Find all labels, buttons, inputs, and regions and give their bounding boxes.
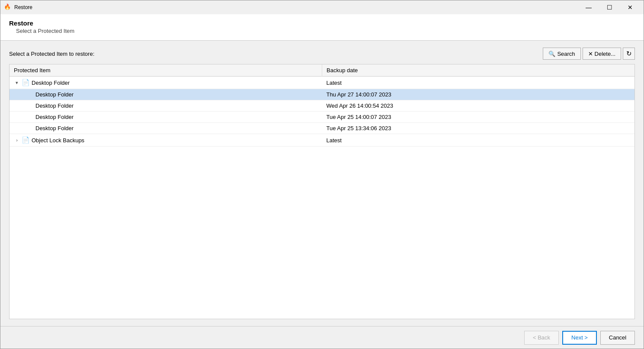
title-bar: 🔥 Restore — ☐ ✕ [0, 0, 644, 14]
search-label: Search [557, 51, 575, 57]
table-row[interactable]: Desktop FolderTue Apr 25 14:00:07 2023 [10, 112, 634, 123]
file-icon: 📄 [22, 79, 30, 86]
table-row[interactable]: Desktop FolderThu Apr 27 14:00:07 2023 [10, 89, 634, 100]
item-name: Desktop Folder [32, 80, 70, 86]
table-container: Protected Item Backup date ▾📄Desktop Fol… [9, 64, 635, 319]
content-area: Select a Protected Item to restore: 🔍 Se… [0, 41, 644, 326]
refresh-icon: ↻ [626, 50, 632, 58]
toolbar-buttons: 🔍 Search ✕ Delete... ↻ [543, 48, 635, 60]
header-subtitle: Select a Protected Item [9, 28, 635, 34]
backup-date-cell: Tue Apr 25 13:34:06 2023 [322, 123, 635, 134]
window: 🔥 Restore — ☐ ✕ Restore Select a Protect… [0, 0, 644, 349]
backup-date-cell: Thu Apr 27 14:00:07 2023 [322, 89, 635, 100]
maximize-button[interactable]: ☐ [599, 1, 619, 14]
toolbar-row: Select a Protected Item to restore: 🔍 Se… [9, 48, 635, 60]
search-button[interactable]: 🔍 Search [543, 48, 580, 60]
toolbar-label: Select a Protected Item to restore: [9, 51, 94, 57]
table-row[interactable]: Desktop FolderWed Apr 26 14:00:54 2023 [10, 100, 634, 112]
item-name: Desktop Folder [35, 125, 74, 131]
protected-item-cell: ▾📄Desktop Folder [10, 77, 322, 89]
backup-date-cell: Wed Apr 26 14:00:54 2023 [322, 100, 635, 112]
cancel-button[interactable]: Cancel [600, 331, 635, 345]
table-row[interactable]: ›📄Object Lock BackupsLatest [10, 134, 634, 147]
table-header-row: Protected Item Backup date [10, 64, 634, 77]
backup-date-cell: Latest [322, 134, 635, 147]
protected-item-cell: Desktop Folder [10, 89, 322, 100]
delete-icon: ✕ [588, 51, 593, 57]
item-name: Object Lock Backups [32, 137, 84, 144]
window-title: Restore [14, 4, 579, 10]
protected-items-table: Protected Item Backup date ▾📄Desktop Fol… [10, 64, 634, 147]
column-protected-item: Protected Item [10, 64, 322, 77]
minimize-button[interactable]: — [579, 1, 599, 14]
search-icon: 🔍 [548, 51, 555, 57]
protected-item-cell: ›📄Object Lock Backups [10, 134, 322, 147]
refresh-button[interactable]: ↻ [623, 48, 635, 60]
delete-button[interactable]: ✕ Delete... [583, 48, 621, 60]
back-button[interactable]: < Back [524, 331, 559, 345]
footer: < Back Next > Cancel [0, 326, 644, 349]
item-name: Desktop Folder [35, 91, 74, 98]
protected-item-cell: Desktop Folder [10, 100, 322, 112]
next-button[interactable]: Next > [562, 331, 597, 345]
header-section: Restore Select a Protected Item [0, 14, 644, 41]
close-button[interactable]: ✕ [620, 1, 640, 14]
file-icon: 📄 [22, 136, 30, 144]
app-icon: 🔥 [4, 3, 12, 11]
tree-toggle[interactable]: ▾ [14, 80, 20, 86]
cancel-label: Cancel [609, 334, 626, 341]
protected-item-cell: Desktop Folder [10, 123, 322, 134]
item-name: Desktop Folder [35, 102, 74, 109]
back-label: < Back [533, 334, 550, 341]
table-row[interactable]: Desktop FolderTue Apr 25 13:34:06 2023 [10, 123, 634, 134]
table-row[interactable]: ▾📄Desktop FolderLatest [10, 77, 634, 89]
column-backup-date: Backup date [322, 64, 635, 77]
backup-date-cell: Latest [322, 77, 635, 89]
next-label: Next > [571, 334, 588, 341]
backup-date-cell: Tue Apr 25 14:00:07 2023 [322, 112, 635, 123]
window-controls: — ☐ ✕ [579, 1, 640, 14]
delete-label: Delete... [595, 51, 615, 57]
header-title: Restore [9, 19, 635, 27]
tree-toggle[interactable]: › [14, 138, 20, 143]
item-name: Desktop Folder [35, 114, 74, 120]
protected-item-cell: Desktop Folder [10, 112, 322, 123]
